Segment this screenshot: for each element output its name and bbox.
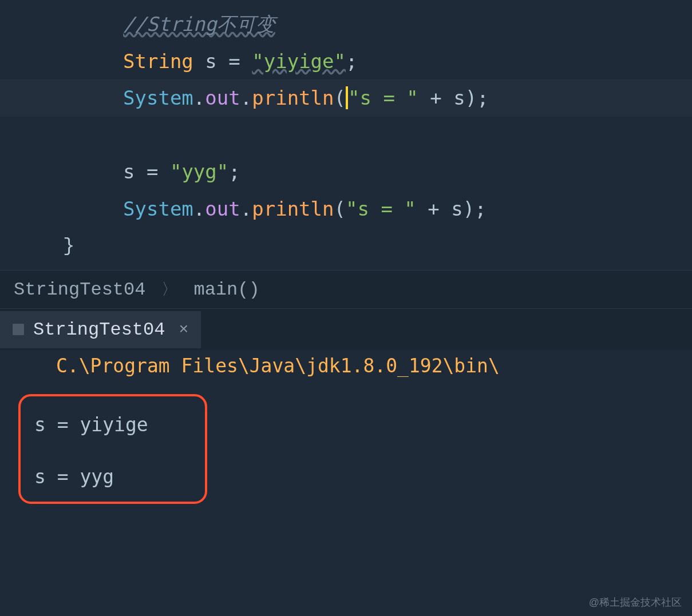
console-tabs: StringTest04 × <box>0 309 692 350</box>
code-line-3-current: System.out.println("s = " + s); <box>0 80 692 117</box>
close-icon[interactable]: × <box>179 321 188 339</box>
code-editor[interactable]: //String不可变 String s = "yiyige"; System.… <box>0 0 692 270</box>
console-panel: StringTest04 × C.\Program Files\Java\jdk… <box>0 309 692 515</box>
breadcrumb-method[interactable]: main() <box>193 279 259 300</box>
code-line-6: System.out.println("s = " + s); <box>0 190 692 228</box>
tab-label: StringTest04 <box>33 319 165 340</box>
breadcrumb-class[interactable]: StringTest04 <box>14 279 145 300</box>
run-config-icon <box>13 324 24 335</box>
code-line-2: String s = "yiyige"; <box>0 43 692 80</box>
console-output-line-1: s = yiyige <box>34 414 191 436</box>
chevron-right-icon: 〉 <box>161 279 177 300</box>
console-output[interactable]: C.\Program Files\Java\jdk1.8.0_192\bin\ … <box>0 350 692 515</box>
watermark: @稀土掘金技术社区 <box>589 595 682 609</box>
code-line-comment: //String不可变 <box>0 6 692 43</box>
code-line-5: s = "yyg"; <box>0 153 692 190</box>
breadcrumb: StringTest04 〉 main() <box>0 270 692 309</box>
console-output-line-2: s = yyg <box>34 466 191 488</box>
console-tab-active[interactable]: StringTest04 × <box>0 311 201 348</box>
output-highlight-box: s = yiyige s = yyg <box>18 394 207 504</box>
code-line-blank <box>0 117 692 154</box>
closing-brace: } <box>0 228 692 265</box>
console-java-path: C.\Program Files\Java\jdk1.8.0_192\bin\ <box>16 355 676 377</box>
comment-text: //String不可变 <box>123 13 275 35</box>
